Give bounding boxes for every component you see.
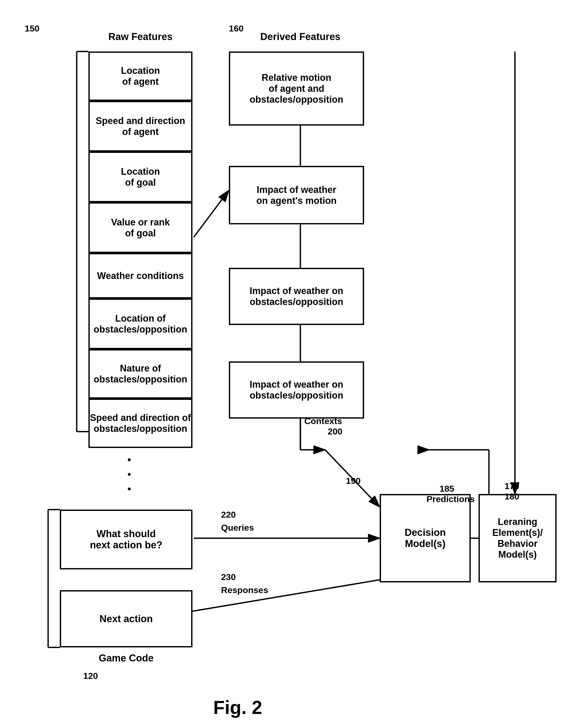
derived-feature-3: Impact of weather onobstacles/opposition [229, 268, 364, 325]
raw-feature-4: Value or rankof goal [88, 202, 192, 253]
responses-label: Responses [221, 585, 268, 595]
raw-features-label: Raw Features [88, 31, 192, 42]
learning-element-box: LeraningElement(s)/BehaviorModel(s) [479, 494, 557, 582]
ref-190: 190 [346, 476, 361, 486]
decision-model-box: DecisionModel(s) [380, 494, 471, 582]
ref-170: 170 [505, 481, 519, 491]
diagram: 150 Raw Features 160 Derived Features Lo… [0, 0, 562, 728]
svg-line-11 [194, 580, 380, 611]
ref-120: 120 [83, 671, 98, 681]
derived-features-label: Derived Features [229, 31, 372, 42]
ref-185: 185 [440, 484, 454, 494]
raw-feature-5: Weather conditions [88, 253, 192, 298]
predictions-label: Predictions [427, 494, 475, 504]
raw-feature-3: Locationof goal [88, 152, 192, 202]
ref-150: 150 [25, 23, 40, 34]
game-code-label: Game Code [60, 653, 192, 664]
contexts-label: Contexts [304, 416, 342, 426]
ref-220: 220 [221, 510, 236, 520]
queries-label: Queries [221, 523, 254, 533]
fig-label: Fig. 2 [213, 697, 262, 718]
ref-230: 230 [221, 572, 236, 582]
query-box: What shouldnext action be? [60, 510, 192, 569]
raw-feature-2: Speed and directionof agent [88, 101, 192, 152]
derived-feature-4: Impact of weather onobstacles/opposition [229, 361, 364, 419]
raw-feature-6: Location ofobstacles/opposition [88, 298, 192, 349]
ref-200: 200 [328, 426, 343, 437]
raw-feature-7: Nature ofobstacles/opposition [88, 349, 192, 399]
svg-line-5 [194, 190, 229, 237]
derived-feature-2: Impact of weatheron agent's motion [229, 166, 364, 224]
next-action-box: Next action [60, 590, 192, 647]
dots: ••• [127, 452, 132, 496]
raw-feature-8: Speed and direction ofobstacles/oppositi… [88, 399, 192, 448]
derived-feature-1: Relative motionof agent andobstacles/opp… [229, 51, 364, 126]
raw-feature-1: Locationof agent [88, 51, 192, 101]
ref-180: 180 [505, 491, 519, 502]
